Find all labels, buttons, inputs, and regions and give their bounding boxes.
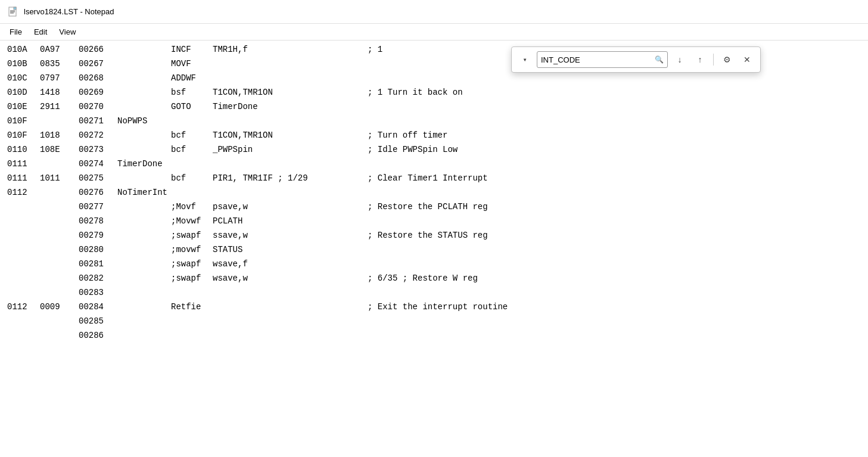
col-label: TimerDone [117,157,171,170]
col-linenum: 00272 [79,129,117,142]
col-addr: 0112 [7,300,40,313]
find-separator [713,54,714,66]
col-instr: ;swapf [171,272,213,285]
col-linenum: 00282 [79,272,117,285]
menu-edit[interactable]: Edit [29,26,52,38]
col-addr: 0112 [7,186,40,199]
col-comment: ; Restore the PCLATH reg [368,200,488,213]
col-instr: bcf [171,172,213,185]
table-row: 00279;swapfssave,w; Restore the STATUS r… [0,229,868,243]
col-comment: ; 1 Turn it back on [368,86,463,99]
title-bar: lservo1824.LST - Notepad [0,0,868,24]
col-operand: ssave,w [213,229,368,242]
col-addr: 010C [7,71,40,85]
table-row: 00286 [0,329,868,343]
table-row: 00277;Movfpsave,w; Restore the PCLATH re… [0,200,868,214]
col-addr: 0111 [7,172,40,185]
col-linenum: 00268 [79,71,117,85]
col-instr: bsf [171,86,213,99]
table-row: 00285 [0,315,868,329]
col-linenum: 00266 [79,43,117,56]
code-container: 010A0A9700266INCFTMR1H,f; 1010B083500267… [0,43,868,343]
col-instr: ;Movf [171,200,213,213]
col-linenum: 00271 [79,114,117,128]
col-linenum: 00269 [79,86,117,99]
col-linenum: 00273 [79,143,117,156]
col-linenum: 00278 [79,214,117,228]
col-label: NoPWPS [117,114,171,128]
find-prev-button[interactable]: ↑ [692,51,708,68]
col-addr: 010F [7,129,40,142]
table-row: 0111101100275bcfPIR1, TMR1IF ; 1/29 ; Cl… [0,172,868,186]
col-comment: ; 6/35 ; Restore W reg [368,272,478,285]
col-comment: ; Idle PWPSpin Low [368,143,458,156]
col-instr: MOVF [171,57,213,70]
col-addr: 010B [7,57,40,70]
menu-bar: File Edit View [0,24,868,41]
col-operand: wsave,w [213,272,368,285]
menu-file[interactable]: File [5,26,27,38]
col-addr: 010F [7,114,40,128]
col-opcode: 0797 [40,71,79,85]
find-close-button[interactable]: ✕ [739,51,755,68]
find-bar: ▾ 🔍 ↓ ↑ ⚙ ✕ [511,46,761,73]
col-instr: INCF [171,43,213,56]
col-operand: T1CON,TMR1ON [213,129,368,142]
col-comment: ; Clear Timer1 Interrupt [368,172,488,185]
col-instr: bcf [171,143,213,156]
svg-rect-1 [14,7,16,10]
find-input-wrapper: 🔍 [537,51,668,68]
col-linenum: 00275 [79,172,117,185]
col-instr: ;swapf [171,229,213,242]
find-next-button[interactable]: ↓ [671,51,688,68]
col-instr: ;swapf [171,257,213,271]
col-linenum: 00274 [79,157,117,170]
col-opcode: 1418 [40,86,79,99]
col-comment: ; Restore the STATUS reg [368,229,488,242]
col-operand: STATUS [213,243,368,256]
col-addr: 0111 [7,157,40,170]
search-icon: 🔍 [655,55,664,64]
col-opcode: 0835 [40,57,79,70]
col-linenum: 00283 [79,286,117,299]
col-addr: 010A [7,43,40,56]
table-row: 00281;swapfwsave,f [0,257,868,272]
col-instr: ADDWF [171,71,213,85]
table-row: 00278;MovwfPCLATH [0,214,868,229]
table-row: 010F00271NoPWPS [0,114,868,129]
col-addr: 010E [7,100,40,113]
col-linenum: 00285 [79,315,117,328]
menu-view[interactable]: View [54,26,80,38]
col-comment: ; 1 [368,43,382,56]
col-linenum: 00286 [79,329,117,342]
col-opcode: 108E [40,143,79,156]
col-operand: _PWPSpin [213,143,368,156]
table-row: 00280;movwfSTATUS [0,243,868,257]
col-instr: bcf [171,129,213,142]
col-operand: TimerDone [213,100,368,113]
col-linenum: 00281 [79,257,117,271]
find-options-button[interactable]: ⚙ [718,51,735,68]
window-title: lservo1824.LST - Notepad [24,7,114,16]
col-linenum: 00267 [79,57,117,70]
col-opcode: 0A97 [40,43,79,56]
col-operand: psave,w [213,200,368,213]
table-row: 011100274TimerDone [0,157,868,172]
col-linenum: 00270 [79,100,117,113]
col-instr: Retfie [171,300,213,313]
table-row: 010F101800272bcfT1CON,TMR1ON; Turn off t… [0,129,868,143]
col-instr: ;movwf [171,243,213,256]
col-operand: PIR1, TMR1IF ; 1/29 [213,172,368,185]
col-comment: ; Turn off timer [368,129,447,142]
col-linenum: 00284 [79,300,117,313]
find-dropdown-button[interactable]: ▾ [517,51,533,68]
editor-area: ▾ 🔍 ↓ ↑ ⚙ ✕ 010A0A9700266INCFTMR1H,f; 10… [0,41,868,457]
find-input[interactable] [541,55,652,64]
col-label: NoTimerInt [117,186,171,199]
col-operand: PCLATH [213,214,368,228]
col-addr: 0110 [7,143,40,156]
col-operand: TMR1H,f [213,43,368,56]
col-addr: 010D [7,86,40,99]
table-row: 0110108E00273bcf_PWPSpin; Idle PWPSpin L… [0,143,868,157]
table-row: 0112000900284Retfie; Exit the interrupt … [0,300,868,315]
